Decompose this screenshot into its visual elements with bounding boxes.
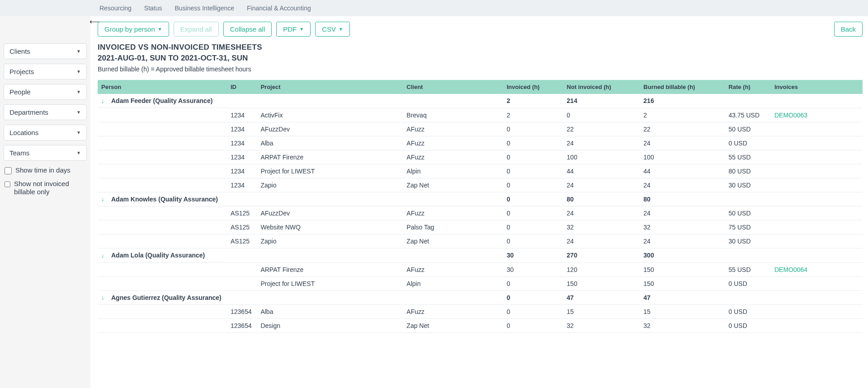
col-project[interactable]: Project [257,80,403,94]
caret-down-icon: ▼ [76,69,81,74]
checkbox-not-invoiced-only[interactable]: Show not invoiced billable only [5,180,86,196]
group-invoiced: 0 [503,192,563,206]
group-row[interactable]: ↓Adam Feeder (Quality Assurance)2214216 [98,94,863,108]
cell-project: Project for LIWEST [257,164,403,178]
col-invoices[interactable]: Invoices [771,80,863,94]
cell-burned: 22 [640,122,725,136]
cell-project: Design [257,319,403,333]
cell-id: AS125 [227,234,257,248]
cell-invoiced: 0 [503,305,563,319]
cell-invoiced: 0 [503,164,563,178]
cell-burned: 150 [640,262,725,276]
cell-rate: 50 USD [725,122,771,136]
cell-id: 1234 [227,164,257,178]
col-rate[interactable]: Rate (h) [725,80,771,94]
cell-rate: 0 USD [725,319,771,333]
cell-not-invoiced: 24 [563,234,640,248]
cell-invoiced: 0 [503,206,563,220]
cell-burned: 44 [640,164,725,178]
filter-teams[interactable]: Teams▼ [4,145,87,161]
table-row: Project for LIWESTAlpin01501500 USD [98,276,863,290]
cell-client: Brevaq [403,108,503,122]
nav-bi[interactable]: Business Intelligence [175,5,235,12]
collapse-icon[interactable]: ↓ [101,196,108,202]
invoice-link[interactable]: DEMO0064 [774,266,807,273]
back-button[interactable]: Back [834,22,863,37]
filter-departments[interactable]: Departments▼ [4,104,87,120]
table-row: 1234AlbaAFuzz024240 USD [98,136,863,150]
csv-button[interactable]: CSV▼ [315,22,350,37]
table-header-row: Person ID Project Client Invoiced (h) No… [98,80,863,94]
filter-projects[interactable]: Projects▼ [4,64,87,79]
collapse-icon[interactable]: ↓ [101,252,108,259]
page-title: INVOICED VS NON-INVOICED TIMESHEETS [98,43,863,52]
cell-invoiced: 0 [503,276,563,290]
filter-people[interactable]: People▼ [4,84,87,100]
cell-invoiced: 0 [503,220,563,234]
cell-project: Zapio [257,234,403,248]
cell-rate: 30 USD [725,178,771,192]
col-id[interactable]: ID [227,80,257,94]
cell-burned: 24 [640,206,725,220]
group-invoiced: 2 [503,94,563,108]
cell-project: AFuzzDev [257,122,403,136]
group-person: Adam Feeder (Quality Assurance) [111,97,212,104]
invoice-link[interactable]: DEMO0063 [774,112,807,119]
cell-invoiced: 0 [503,136,563,150]
cell-burned: 32 [640,319,725,333]
filter-locations[interactable]: Locations▼ [4,125,87,140]
group-row[interactable]: ↓Adam Knowles (Quality Assurance)08080 [98,192,863,206]
col-person[interactable]: Person [98,80,227,94]
cell-project: ActivFix [257,108,403,122]
expand-all-button[interactable]: Expand all [174,22,219,37]
pdf-button[interactable]: PDF▼ [276,22,311,37]
cell-not-invoiced: 0 [563,108,640,122]
page-subtitle: Burned billable (h) = Approved billable … [98,65,863,73]
cell-rate: 30 USD [725,234,771,248]
cell-invoices [771,178,863,192]
cell-project: Zapio [257,178,403,192]
cell-burned: 24 [640,178,725,192]
filter-clients[interactable]: Clients▼ [4,43,87,59]
cell-id [227,262,257,276]
cell-project: AFuzzDev [257,206,403,220]
group-burned: 47 [640,290,725,305]
group-row[interactable]: ↓Adam Lola (Quality Assurance)30270300 [98,248,863,263]
collapse-icon[interactable]: ↓ [101,294,108,301]
group-person: Adam Knowles (Quality Assurance) [111,196,218,203]
group-burned: 80 [640,192,725,206]
group-by-button[interactable]: Group by person▼ [98,22,169,37]
cell-not-invoiced: 24 [563,206,640,220]
table-row: AS125AFuzzDevAFuzz0242450 USD [98,206,863,220]
cell-invoiced: 0 [503,178,563,192]
cell-invoices [771,276,863,290]
col-client[interactable]: Client [403,80,503,94]
cell-burned: 24 [640,234,725,248]
group-not-invoiced: 47 [563,290,640,305]
cell-rate: 43.75 USD [725,108,771,122]
collapse-icon[interactable]: ↓ [101,98,108,104]
sidebar-collapse-icon[interactable]: ⟵ [90,17,100,26]
nav-financial[interactable]: Financial & Accounting [247,5,311,12]
caret-down-icon: ▼ [158,27,162,32]
col-burned[interactable]: Burned billable (h) [640,80,725,94]
cell-rate: 55 USD [725,262,771,276]
cell-invoices [771,305,863,319]
table-row: 123654DesignZap Net032320 USD [98,319,863,333]
cell-not-invoiced: 44 [563,164,640,178]
table-row: AS125ZapioZap Net0242430 USD [98,234,863,248]
sidebar: Clients▼ Projects▼ People▼ Departments▼ … [0,16,90,388]
nav-status[interactable]: Status [144,5,162,12]
cell-invoiced: 0 [503,122,563,136]
col-not-invoiced[interactable]: Not invoiced (h) [563,80,640,94]
collapse-all-button[interactable]: Collapse all [223,22,272,37]
cell-project: ARPAT Firenze [257,262,403,276]
cell-rate: 80 USD [725,164,771,178]
cell-invoices: DEMO0063 [771,108,863,122]
table-row: 1234ActivFixBrevaq20243.75 USDDEMO0063 [98,108,863,122]
table-row: 1234Project for LIWESTAlpin0444480 USD [98,164,863,178]
group-row[interactable]: ↓Agnes Gutierrez (Quality Assurance)0474… [98,290,863,305]
checkbox-time-in-days[interactable]: Show time in days [5,166,86,174]
col-invoiced[interactable]: Invoiced (h) [503,80,563,94]
nav-resourcing[interactable]: Resourcing [99,5,132,12]
